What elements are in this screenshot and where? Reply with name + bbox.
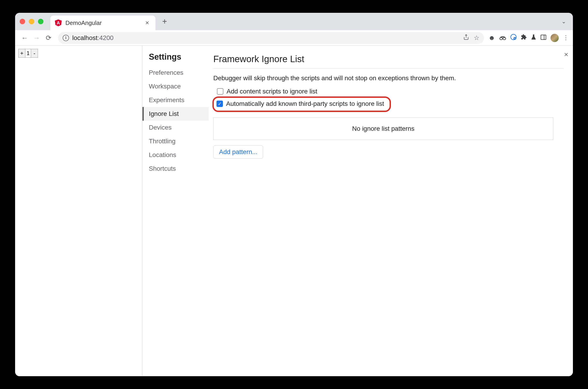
extensions-puzzle-icon[interactable]: [521, 34, 527, 42]
extension-icon-2[interactable]: [510, 34, 517, 42]
checkbox-label: Automatically add known third-party scri…: [226, 100, 384, 107]
settings-nav: Preferences Workspace Experiments Ignore…: [142, 66, 209, 176]
panel-description: Debugger will skip through the scripts a…: [213, 74, 564, 82]
add-pattern-button[interactable]: Add pattern...: [213, 145, 263, 159]
settings-item-locations[interactable]: Locations: [142, 148, 209, 162]
url-text: localhost:4200: [72, 34, 114, 42]
new-tab-button[interactable]: +: [160, 17, 169, 26]
counter-widget: + 1 -: [18, 49, 38, 58]
highlighted-option: ✓ Automatically add known third-party sc…: [212, 97, 391, 112]
checkbox-unchecked-icon[interactable]: [217, 88, 223, 95]
checkbox-third-party-scripts[interactable]: ✓ Automatically add known third-party sc…: [216, 99, 385, 109]
traffic-lights: [20, 19, 43, 24]
chevron-down-icon[interactable]: ⌄: [559, 18, 568, 25]
settings-item-shortcuts[interactable]: Shortcuts: [142, 162, 209, 176]
reload-button[interactable]: ⟳: [43, 33, 54, 43]
browser-window: A DemoAngular × + ⌄ ← → ⟳ i localhost:42…: [15, 13, 573, 376]
devtools-settings-panel: × Settings Preferences Workspace Experim…: [142, 46, 573, 376]
settings-item-devices[interactable]: Devices: [142, 121, 209, 134]
checkbox-content-scripts[interactable]: Add content scripts to ignore list: [213, 86, 564, 97]
angular-icon: A: [55, 19, 62, 26]
settings-item-ignore-list[interactable]: Ignore List: [142, 107, 209, 121]
close-settings-button[interactable]: ×: [564, 50, 568, 59]
settings-main: Framework Ignore List Debugger will skip…: [209, 46, 573, 376]
profile-avatar[interactable]: [551, 34, 559, 42]
address-bar[interactable]: i localhost:4200 ☆: [58, 32, 484, 44]
checkbox-label: Add content scripts to ignore list: [227, 88, 317, 95]
share-icon[interactable]: [463, 34, 469, 42]
counter-value: 1: [25, 49, 31, 57]
bookmark-star-icon[interactable]: ☆: [474, 34, 479, 42]
page-content: + 1 -: [15, 46, 142, 376]
tab-title: DemoAngular: [65, 19, 142, 27]
minimize-window-button[interactable]: [29, 19, 34, 24]
decrement-button[interactable]: -: [31, 49, 38, 57]
svg-point-2: [503, 37, 506, 40]
back-button[interactable]: ←: [20, 33, 30, 43]
svg-point-1: [500, 37, 502, 40]
settings-item-experiments[interactable]: Experiments: [142, 93, 209, 107]
close-window-button[interactable]: [20, 19, 25, 24]
settings-item-preferences[interactable]: Preferences: [142, 66, 209, 80]
ignore-patterns-list: No ignore list patterns: [213, 118, 553, 140]
settings-heading: Settings: [142, 52, 209, 66]
increment-button[interactable]: +: [19, 49, 25, 57]
toolbar-extensions: ☻ ⋮: [489, 34, 568, 42]
svg-rect-5: [541, 35, 546, 39]
extension-icon-1[interactable]: ☻: [489, 34, 495, 42]
incognito-icon[interactable]: [499, 34, 506, 42]
forward-button[interactable]: →: [32, 33, 42, 43]
settings-item-workspace[interactable]: Workspace: [142, 80, 209, 93]
browser-tab[interactable]: A DemoAngular ×: [50, 16, 156, 30]
titlebar: A DemoAngular × + ⌄: [15, 13, 573, 30]
checkbox-checked-icon[interactable]: ✓: [217, 100, 223, 107]
settings-item-throttling[interactable]: Throttling: [142, 134, 209, 148]
empty-state-text: No ignore list patterns: [352, 125, 414, 132]
close-tab-button[interactable]: ×: [145, 19, 149, 27]
browser-toolbar: ← → ⟳ i localhost:4200 ☆ ☻: [15, 30, 573, 46]
maximize-window-button[interactable]: [38, 19, 43, 24]
site-info-icon[interactable]: i: [63, 35, 69, 41]
panel-title: Framework Ignore List: [213, 54, 564, 68]
browser-menu-button[interactable]: ⋮: [563, 34, 568, 41]
labs-flask-icon[interactable]: [531, 34, 536, 42]
settings-sidebar: Settings Preferences Workspace Experimen…: [142, 46, 209, 376]
content-area: + 1 - × Settings Preferences Workspace E…: [15, 46, 573, 376]
panel-icon[interactable]: [540, 34, 546, 42]
